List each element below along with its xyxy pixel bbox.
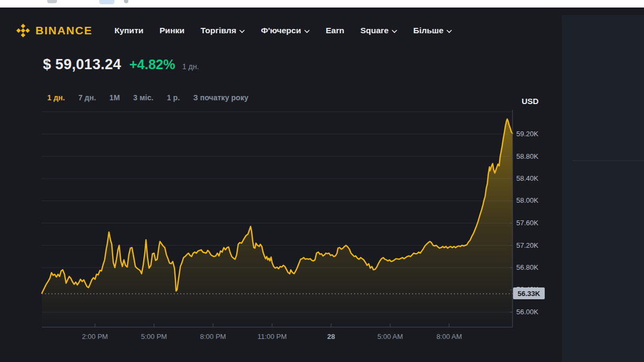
y-axis-label: 58.80K xyxy=(516,152,550,160)
currency-axis-title: USD xyxy=(522,97,539,106)
x-axis-label: 8:00 AM xyxy=(425,333,473,341)
x-axis-label: 5:00 AM xyxy=(366,333,414,341)
y-axis-label: 57.20K xyxy=(516,241,550,249)
y-axis-label: 58.00K xyxy=(516,196,550,204)
y-axis-label: 59.20K xyxy=(516,130,550,138)
x-axis-label: 5:00 PM xyxy=(130,333,178,341)
y-axis-label: 58.40K xyxy=(516,174,550,182)
x-axis-date-label: 28 xyxy=(307,333,355,341)
y-axis-label: 57.60K xyxy=(516,219,550,227)
y-axis-label: 56.00K xyxy=(516,308,550,316)
open-price-badge: 56.33K xyxy=(513,287,545,299)
x-axis-label: 2:00 PM xyxy=(71,333,119,341)
x-axis-label: 11:00 PM xyxy=(248,333,296,341)
x-axis-label: 8:00 PM xyxy=(189,333,237,341)
y-axis-label: 56.80K xyxy=(516,263,550,271)
